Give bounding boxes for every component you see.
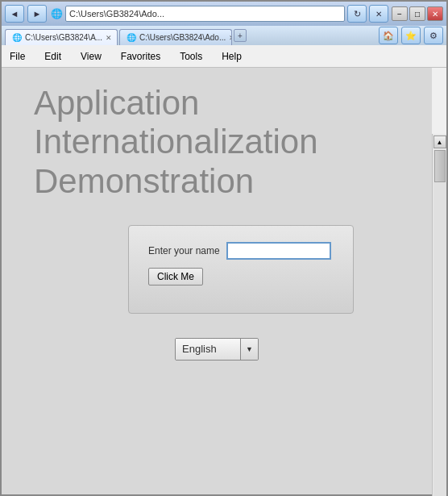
window-controls: − □ ✕ [392, 6, 443, 21]
menu-view[interactable]: View [77, 49, 105, 64]
menu-tools[interactable]: Tools [176, 49, 205, 64]
dropdown-arrow-icon: ▼ [246, 345, 253, 353]
refresh-button[interactable]: ↻ [347, 5, 367, 23]
settings-button[interactable]: ⚙ [424, 27, 443, 44]
favorites-button[interactable]: ⭐ [401, 27, 421, 44]
language-select[interactable]: English French German Spanish Japanese C… [176, 339, 240, 360]
button-row: Click Me [148, 268, 334, 286]
name-label: Enter your name [148, 245, 220, 256]
name-input[interactable] [226, 242, 331, 260]
menu-help[interactable]: Help [218, 49, 245, 64]
scrollbar-up-button[interactable]: ▲ [433, 135, 446, 148]
tab2-label: C:\Users\GB3824\Ado... [139, 33, 226, 42]
language-dropdown-arrow[interactable]: ▼ [240, 339, 258, 360]
ie-icon: 🌐 [50, 7, 63, 20]
menu-favorites[interactable]: Favorites [118, 49, 164, 64]
app-title-line3: Demonstration [34, 162, 318, 201]
tab1-icon: 🌐 [12, 31, 22, 44]
app-title-line1: Application [34, 84, 318, 123]
home-button[interactable]: 🏠 [379, 27, 398, 44]
close-button[interactable]: ✕ [427, 6, 443, 21]
address-text: C:\Users\GB3824\Ado... [69, 9, 164, 19]
tab2-close[interactable]: ✕ [229, 34, 232, 42]
title-bar: ◄ ► 🌐 C:\Users\GB3824\Ado... ↻ ✕ − □ ✕ [2, 2, 446, 26]
browser-window: ◄ ► 🌐 C:\Users\GB3824\Ado... ↻ ✕ − □ ✕ 🌐… [0, 0, 448, 496]
tab-2[interactable]: 🌐 C:\Users\GB3824\Ado... ✕ [119, 29, 232, 45]
app-title-line2: Internationalization [34, 123, 318, 161]
scrollbar-thumb[interactable] [434, 150, 446, 182]
content-wrapper: Application Internationalization Demonst… [2, 68, 446, 494]
forward-button[interactable]: ► [27, 5, 47, 23]
click-me-button[interactable]: Click Me [148, 268, 203, 286]
address-bar[interactable]: C:\Users\GB3824\Ado... [65, 6, 345, 22]
form-panel: Enter your name Click Me [128, 225, 354, 314]
menu-edit[interactable]: Edit [41, 49, 64, 64]
stop-button[interactable]: ✕ [369, 5, 388, 23]
language-selector-area: English French German Spanish Japanese C… [26, 338, 408, 361]
app-title: Application Internationalization Demonst… [34, 84, 318, 201]
tab2-icon: 🌐 [127, 31, 136, 44]
address-bar-area: 🌐 C:\Users\GB3824\Ado... ↻ ✕ [50, 5, 388, 23]
scrollbar: ▲ ▼ [432, 134, 446, 496]
tab1-close[interactable]: ✕ [106, 34, 112, 42]
menu-file[interactable]: File [6, 49, 28, 64]
tab1-label: C:\Users\GB3824\A... [25, 33, 102, 42]
name-input-row: Enter your name [148, 242, 334, 260]
menu-bar: File Edit View Favorites Tools Help [2, 45, 446, 68]
maximize-button[interactable]: □ [409, 6, 425, 21]
tab-1[interactable]: 🌐 C:\Users\GB3824\A... ✕ [5, 29, 118, 45]
new-tab-button[interactable]: + [234, 29, 247, 42]
page-content: Application Internationalization Demonst… [2, 68, 432, 494]
language-select-wrapper: English French German Spanish Japanese C… [175, 338, 259, 361]
tab-bar: 🌐 C:\Users\GB3824\A... ✕ 🌐 C:\Users\GB38… [2, 26, 446, 45]
scrollbar-track [433, 150, 446, 496]
back-button[interactable]: ◄ [5, 5, 24, 23]
minimize-button[interactable]: − [392, 6, 408, 21]
